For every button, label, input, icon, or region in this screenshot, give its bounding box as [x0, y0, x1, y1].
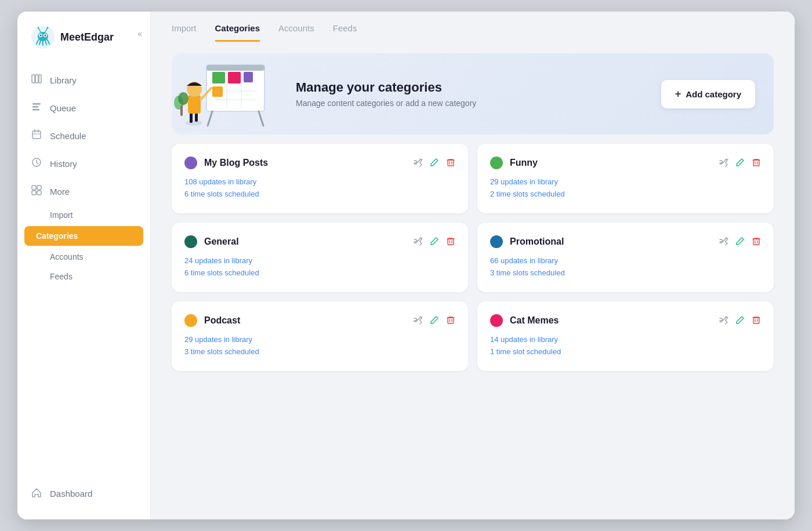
- delete-icon[interactable]: [752, 237, 761, 248]
- history-icon: [31, 157, 42, 170]
- category-name: My Blog Posts: [204, 158, 268, 168]
- tab-accounts[interactable]: Accounts: [278, 23, 314, 42]
- collapse-button[interactable]: «: [137, 29, 142, 38]
- svg-rect-12: [32, 106, 38, 108]
- shuffle-icon[interactable]: [719, 158, 728, 169]
- category-updates[interactable]: 108 updates in library: [184, 177, 455, 186]
- library-icon: [31, 74, 42, 86]
- edit-icon[interactable]: [735, 158, 745, 169]
- edit-icon[interactable]: [735, 237, 745, 248]
- delete-icon[interactable]: [446, 237, 455, 248]
- card-header: General: [184, 235, 455, 248]
- more-icon: [31, 185, 42, 198]
- category-card-funny: Funny 29 updates in library 2 time slots…: [477, 144, 774, 213]
- sidebar-subitem-import[interactable]: Import: [17, 205, 150, 225]
- tab-feeds[interactable]: Feeds: [333, 23, 357, 42]
- svg-rect-8: [32, 75, 35, 83]
- tab-import[interactable]: Import: [172, 23, 197, 42]
- shuffle-icon[interactable]: [414, 237, 423, 248]
- shuffle-icon[interactable]: [414, 315, 423, 326]
- app-window: MeetEdgar « Library Queue Schedule: [17, 12, 795, 519]
- sidebar-item-history[interactable]: History: [17, 150, 150, 177]
- svg-line-45: [208, 111, 212, 126]
- category-name: Podcast: [204, 315, 240, 326]
- sidebar-subitem-categories[interactable]: Categories: [24, 226, 143, 246]
- sidebar-label-library: Library: [50, 75, 77, 85]
- banner-illustration: [172, 53, 282, 134]
- sidebar-label-schedule: Schedule: [50, 131, 86, 141]
- sidebar-subitem-accounts[interactable]: Accounts: [17, 247, 150, 267]
- category-name: Promotional: [510, 237, 564, 247]
- svg-rect-21: [32, 191, 36, 195]
- banner-title: Manage your categories: [296, 80, 647, 95]
- category-name: Funny: [510, 158, 538, 168]
- categories-grid: My Blog Posts 108 updates in library 6 t…: [151, 144, 795, 385]
- sidebar-item-dashboard[interactable]: Dashboard: [31, 482, 136, 505]
- delete-icon[interactable]: [752, 158, 761, 169]
- add-category-button[interactable]: + Add category: [661, 80, 755, 108]
- edit-icon[interactable]: [430, 158, 439, 169]
- svg-rect-19: [32, 186, 36, 190]
- card-header: Funny: [490, 157, 761, 169]
- category-color-dot: [184, 157, 197, 169]
- category-card-promotional: Promotional 66 updates in library 3 time…: [477, 223, 774, 292]
- category-color-dot: [490, 235, 503, 248]
- category-updates[interactable]: 14 updates in library: [490, 335, 761, 344]
- main-content: Import Categories Accounts Feeds: [151, 12, 795, 519]
- shuffle-icon[interactable]: [414, 158, 423, 169]
- tab-categories[interactable]: Categories: [215, 23, 260, 42]
- category-timeslots[interactable]: 6 time slots scheduled: [184, 190, 455, 198]
- edit-icon[interactable]: [735, 315, 745, 326]
- card-actions: [414, 315, 455, 326]
- delete-icon[interactable]: [752, 315, 761, 326]
- sidebar: MeetEdgar « Library Queue Schedule: [17, 12, 151, 519]
- category-name: Cat Memes: [510, 315, 559, 326]
- edit-icon[interactable]: [430, 315, 439, 326]
- sidebar-item-schedule[interactable]: Schedule: [17, 122, 150, 150]
- card-actions: [414, 158, 455, 169]
- categories-banner: Manage your categories Manage content ca…: [172, 53, 774, 134]
- category-timeslots[interactable]: 3 time slots scheduled: [184, 347, 455, 356]
- svg-point-6: [38, 27, 39, 29]
- banner-text: Manage your categories Manage content ca…: [282, 66, 661, 122]
- sidebar-item-library[interactable]: Library: [17, 66, 150, 94]
- edit-icon[interactable]: [430, 237, 439, 248]
- category-timeslots[interactable]: 2 time slots scheduled: [490, 190, 761, 198]
- category-card-cat-memes: Cat Memes 14 updates in library 1 time s…: [477, 301, 774, 371]
- card-actions: [719, 237, 761, 248]
- svg-rect-31: [212, 72, 225, 83]
- sidebar-subitem-feeds[interactable]: Feeds: [17, 267, 150, 286]
- svg-point-5: [45, 35, 46, 37]
- svg-rect-38: [188, 95, 201, 114]
- card-header: Promotional: [490, 235, 761, 248]
- svg-rect-33: [244, 72, 253, 82]
- sidebar-item-queue[interactable]: Queue: [17, 94, 150, 122]
- category-timeslots[interactable]: 6 time slots scheduled: [184, 268, 455, 277]
- sidebar-item-more[interactable]: More: [17, 177, 150, 205]
- category-card-my-blog-posts: My Blog Posts 108 updates in library 6 t…: [172, 144, 468, 213]
- category-updates[interactable]: 66 updates in library: [490, 256, 761, 265]
- card-title-row: Funny: [490, 157, 538, 169]
- category-timeslots[interactable]: 3 time slots scheduled: [490, 268, 761, 277]
- logo-text: MeetEdgar: [60, 31, 114, 43]
- svg-line-46: [259, 111, 263, 126]
- svg-rect-62: [753, 318, 759, 323]
- logo-icon: [31, 26, 55, 49]
- card-actions: [414, 237, 455, 248]
- category-updates[interactable]: 29 updates in library: [490, 177, 761, 186]
- top-tabs: Import Categories Accounts Feeds: [151, 12, 795, 42]
- svg-rect-47: [448, 160, 454, 166]
- svg-rect-20: [37, 186, 41, 190]
- category-timeslots[interactable]: 1 time slot scheduled: [490, 347, 761, 356]
- shuffle-icon[interactable]: [719, 315, 728, 326]
- queue-icon: [31, 101, 42, 114]
- card-title-row: Podcast: [184, 314, 240, 327]
- category-updates[interactable]: 29 updates in library: [184, 335, 455, 344]
- svg-rect-50: [753, 160, 759, 166]
- delete-icon[interactable]: [446, 158, 455, 169]
- delete-icon[interactable]: [446, 315, 455, 326]
- svg-rect-22: [37, 191, 41, 195]
- shuffle-icon[interactable]: [719, 237, 728, 248]
- category-color-dot: [184, 235, 197, 248]
- category-updates[interactable]: 24 updates in library: [184, 256, 455, 265]
